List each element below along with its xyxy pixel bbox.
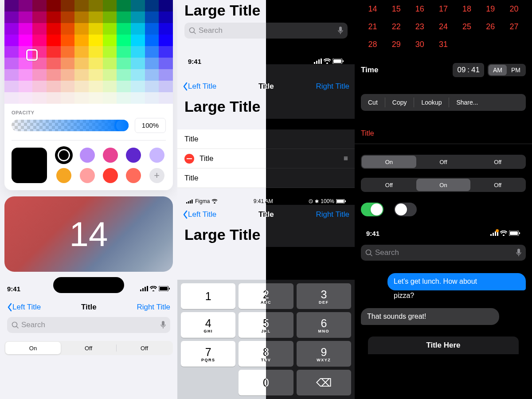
color-cell[interactable] [32,0,47,12]
toggle-off[interactable] [394,203,417,216]
search-field[interactable]: Search [7,317,170,333]
color-cell[interactable] [103,58,117,69]
calendar-day[interactable]: 26 [479,18,502,35]
color-cell[interactable] [47,81,61,92]
color-cell[interactable] [32,35,47,46]
color-cell[interactable] [159,81,173,92]
calendar-month-view[interactable]: 141516171819202122232425262728293031 [355,0,532,58]
color-cell[interactable] [47,23,61,35]
segment[interactable]: Off [470,179,525,191]
calendar-day[interactable]: 24 [431,18,455,35]
color-cell[interactable] [117,0,131,12]
color-cell[interactable] [131,69,145,81]
swatch-lavender[interactable] [80,148,95,163]
segment[interactable]: On [416,179,471,191]
color-cell[interactable] [74,46,89,58]
color-cell[interactable] [117,46,131,58]
color-cell[interactable] [159,35,173,46]
color-cell[interactable] [131,58,145,69]
color-cell[interactable] [74,92,89,104]
add-swatch-button[interactable]: + [149,168,164,183]
color-cell[interactable] [117,69,131,81]
calendar-day[interactable]: 17 [431,0,455,18]
color-cell[interactable] [131,92,145,104]
nav-left-button[interactable]: Left Title [7,303,41,312]
segment-off-1[interactable]: Off [61,342,116,354]
color-cell[interactable] [4,81,19,92]
keypad-key-6[interactable]: 6MNO [297,312,351,338]
color-cell[interactable] [159,58,173,69]
calendar-day[interactable]: 31 [431,35,455,53]
color-cell[interactable] [145,69,159,81]
keypad-key-3[interactable]: 3DEF [297,283,351,309]
color-cell[interactable] [74,58,89,69]
color-cell[interactable] [47,35,61,46]
keypad-backspace[interactable]: ⌫ [297,370,351,395]
nav-left-button[interactable]: Left Title [183,82,216,91]
ctx-copy[interactable]: Copy [385,99,414,106]
swatch-black[interactable] [56,148,71,163]
color-cell[interactable] [74,69,89,81]
color-cell[interactable] [131,0,145,12]
color-cell[interactable] [19,69,33,81]
color-cell[interactable] [103,81,117,92]
color-cell[interactable] [4,23,19,35]
color-cell[interactable] [74,0,89,12]
color-cell[interactable] [19,23,33,35]
calendar-day[interactable]: 25 [455,18,479,35]
color-cell[interactable] [32,92,47,104]
keypad-key-1[interactable]: 1 [181,283,235,309]
color-cell[interactable] [89,0,103,12]
color-cell[interactable] [89,35,103,46]
color-cell[interactable] [131,12,145,23]
message-bubble-received[interactable]: That sounds great! [361,308,499,325]
color-cell[interactable] [19,92,33,104]
color-cell[interactable] [89,23,103,35]
color-cell[interactable] [74,23,89,35]
keypad-key-9[interactable]: 9WXYZ [297,341,351,367]
color-cell[interactable] [145,23,159,35]
calendar-day[interactable]: 19 [479,0,502,18]
color-cell[interactable] [89,81,103,92]
segment[interactable]: Off [416,156,471,168]
color-cell[interactable] [103,69,117,81]
color-cell[interactable] [131,35,145,46]
color-cell[interactable] [19,81,33,92]
swatch-coral[interactable] [126,168,141,183]
color-cell[interactable] [145,81,159,92]
color-cell[interactable] [159,69,173,81]
microphone-icon[interactable] [338,27,343,35]
am-option[interactable]: AM [489,65,507,75]
color-cell[interactable] [159,23,173,35]
segment[interactable]: Off [362,179,416,191]
color-cell[interactable] [145,92,159,104]
search-field[interactable]: Search [361,245,526,261]
color-cell[interactable] [47,58,61,69]
opacity-thumb[interactable] [114,120,129,131]
color-cell[interactable] [159,12,173,23]
nav-right-button[interactable]: Right Title [137,303,170,312]
segment-on[interactable]: On [5,342,61,354]
color-cell[interactable] [4,69,19,81]
color-cell[interactable] [4,58,19,69]
nav-right-button[interactable]: Right Title [316,210,349,219]
color-cell[interactable] [61,81,75,92]
calendar-day[interactable]: 15 [384,0,408,18]
color-cell[interactable] [103,12,117,23]
color-cell[interactable] [61,12,75,23]
color-cell[interactable] [74,81,89,92]
color-cell[interactable] [103,92,117,104]
microphone-icon[interactable] [160,321,166,329]
color-cell[interactable] [117,12,131,23]
color-cell[interactable] [159,46,173,58]
color-cell[interactable] [131,46,145,58]
destructive-row-title[interactable]: Title [355,123,532,144]
segmented-control-dark-2[interactable]: Off On Off [361,178,526,192]
swatch-salmon[interactable] [80,168,95,183]
segmented-control-dark-1[interactable]: On Off Off [361,155,526,169]
calendar-day[interactable]: 23 [408,18,431,35]
toggle-on[interactable] [361,203,383,216]
color-cell[interactable] [145,0,159,12]
color-cell[interactable] [61,0,75,12]
calendar-day[interactable]: 21 [361,18,384,35]
